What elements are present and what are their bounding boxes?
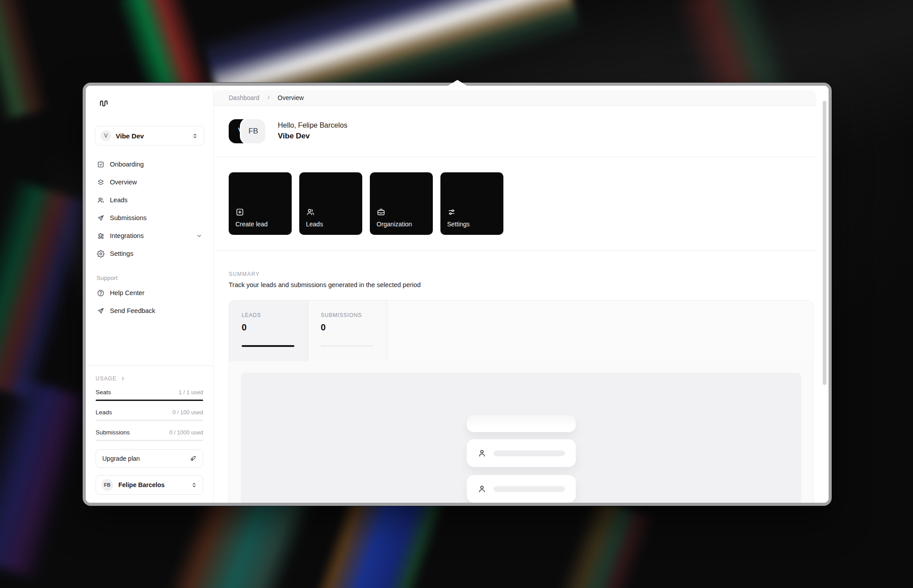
wallpaper-streak (0, 376, 92, 579)
leads-card[interactable]: Leads (299, 172, 362, 235)
tab-leads[interactable]: LEADS 0 (229, 300, 308, 361)
gear-icon (96, 250, 105, 258)
avatar-group: V FB (229, 119, 266, 143)
wallpaper-streak (555, 496, 655, 588)
send-icon (96, 307, 105, 315)
waveform-logo-icon (98, 97, 204, 109)
window-notch (447, 80, 468, 86)
usage-meter-seats: Seats 1 / 1 used (96, 389, 203, 401)
sidebar-item-submissions[interactable]: Submissions (95, 209, 204, 227)
app-logo[interactable] (95, 95, 204, 115)
user-account-selector[interactable]: FB Felipe Barcelos (96, 475, 203, 495)
tab-value: 0 (321, 322, 374, 333)
summary-section: SUMMARY Track your leads and submissions… (214, 251, 829, 503)
meter-label: Submissions (96, 429, 130, 436)
workspace-avatar: V (101, 130, 111, 141)
summary-heading: SUMMARY (229, 271, 813, 277)
user-name: Felipe Barcelos (118, 481, 165, 488)
chevron-right-icon (266, 95, 272, 100)
chevron-right-icon (120, 376, 126, 381)
sidebar-item-overview[interactable]: Overview (95, 173, 204, 191)
usage-section: USAGE Seats 1 / 1 used Leads 0 / 100 (86, 365, 213, 495)
meter-track (96, 440, 203, 441)
help-circle-icon (96, 289, 105, 297)
sidebar-item-label: Submissions (110, 214, 147, 221)
user-avatar-large: FB (241, 119, 265, 143)
sidebar-item-label: Integrations (110, 232, 144, 239)
sidebar-item-leads[interactable]: Leads (95, 191, 204, 209)
sidebar: V Vibe Dev Onboarding Overview (86, 86, 213, 503)
tab-label: LEADS (242, 312, 295, 318)
usage-heading-row[interactable]: USAGE (96, 375, 203, 382)
meter-track (96, 420, 203, 421)
workspace-selector[interactable]: V Vibe Dev (95, 126, 204, 146)
puzzle-icon (96, 232, 105, 240)
active-tab-indicator (242, 345, 294, 347)
chevron-up-down-icon (191, 482, 197, 488)
workspace-title: Vibe Dev (278, 132, 348, 141)
skeleton-row-partial (467, 415, 576, 432)
sidebar-item-settings[interactable]: Settings (95, 245, 204, 263)
rocket-icon (189, 455, 197, 462)
user-icon (477, 449, 486, 458)
square-check-icon (96, 161, 105, 168)
summary-tab-strip: LEADS 0 SUBMISSIONS 0 (229, 300, 813, 361)
meter-fill (96, 400, 203, 401)
briefcase-icon (377, 208, 426, 217)
sidebar-item-label: Overview (110, 179, 137, 186)
breadcrumb: Dashboard Overview (214, 90, 816, 106)
tab-value: 0 (242, 322, 295, 333)
meter-value: 0 / 100 used (172, 409, 203, 416)
sliders-icon (447, 208, 497, 217)
upgrade-plan-button[interactable]: Upgrade plan (96, 449, 203, 468)
inactive-tab-indicator (321, 345, 373, 347)
tab-strip-filler (387, 300, 813, 361)
meter-label: Leads (96, 409, 112, 416)
breadcrumb-dashboard[interactable]: Dashboard (229, 94, 260, 101)
sidebar-item-label: Settings (110, 250, 133, 257)
upgrade-plan-label: Upgrade plan (102, 455, 140, 462)
skeleton-text-bar (494, 486, 565, 492)
sidebar-item-label: Onboarding (110, 161, 144, 168)
greeting-header: V FB Hello, Felipe Barcelos Vibe Dev (214, 106, 829, 157)
breadcrumb-overview: Overview (278, 94, 304, 101)
settings-card[interactable]: Settings (440, 172, 503, 235)
sidebar-item-send-feedback[interactable]: Send Feedback (95, 302, 204, 320)
meter-value: 0 / 1000 used (169, 430, 203, 436)
skeleton-row (467, 475, 576, 503)
sidebar-item-onboarding[interactable]: Onboarding (95, 155, 204, 173)
layers-icon (96, 179, 105, 186)
summary-chart-region (229, 361, 813, 503)
summary-description: Track your leads and submissions generat… (229, 281, 813, 288)
sidebar-item-integrations[interactable]: Integrations (95, 227, 204, 245)
sidebar-spacer (95, 320, 204, 365)
card-label: Create lead (235, 221, 285, 228)
send-icon (96, 214, 105, 222)
usage-meter-leads: Leads 0 / 100 used (96, 409, 203, 421)
greeting-line: Hello, Felipe Barcelos (278, 121, 348, 129)
sidebar-nav: Onboarding Overview Leads (95, 155, 204, 263)
chevron-down-icon[interactable] (196, 233, 204, 239)
create-lead-card[interactable]: Create lead (229, 172, 292, 235)
user-avatar: FB (101, 479, 113, 491)
vertical-scrollbar[interactable] (823, 101, 826, 385)
greeting-text: Hello, Felipe Barcelos Vibe Dev (278, 121, 348, 141)
skeleton-stack (467, 415, 576, 503)
users-icon (96, 196, 105, 204)
sidebar-item-help-center[interactable]: Help Center (95, 284, 204, 302)
tab-label: SUBMISSIONS (321, 312, 374, 318)
organization-card[interactable]: Organization (370, 172, 433, 235)
empty-chart-placeholder (241, 373, 801, 503)
meter-value: 1 / 1 used (179, 389, 203, 396)
sidebar-item-label: Help Center (110, 289, 144, 296)
skeleton-row (467, 439, 576, 467)
usage-heading-label: USAGE (96, 375, 117, 382)
wallpaper-streak (0, 0, 50, 120)
skeleton-text-bar (494, 450, 565, 456)
summary-panel: LEADS 0 SUBMISSIONS 0 (229, 300, 813, 503)
chevron-up-down-icon (192, 133, 198, 139)
card-label: Organization (377, 221, 426, 228)
support-nav: Help Center Send Feedback (95, 284, 204, 320)
tab-submissions[interactable]: SUBMISSIONS 0 (308, 300, 387, 361)
app-frame: V Vibe Dev Onboarding Overview (86, 86, 829, 503)
